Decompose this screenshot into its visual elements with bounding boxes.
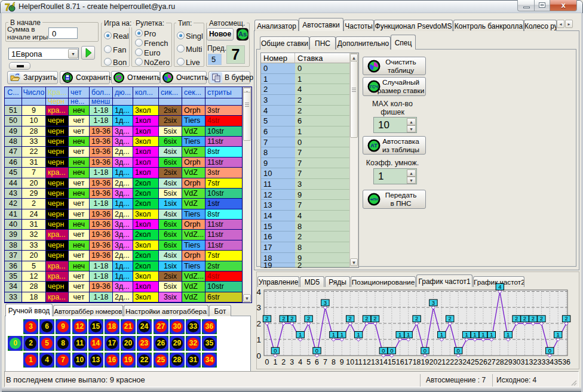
svg-text:1: 1: [440, 331, 443, 338]
svg-text:17: 17: [404, 358, 413, 366]
svg-text:35: 35: [554, 358, 562, 366]
svg-text:3: 3: [432, 300, 435, 306]
svg-text:1: 1: [256, 335, 261, 344]
svg-text:1: 1: [340, 331, 343, 338]
svg-text:30: 30: [513, 358, 521, 366]
svg-text:2: 2: [365, 315, 368, 322]
svg-text:5: 5: [306, 358, 311, 366]
svg-text:1: 1: [357, 331, 360, 338]
svg-text:2: 2: [281, 358, 286, 366]
svg-text:7: 7: [323, 358, 327, 366]
svg-text:12: 12: [363, 358, 371, 366]
svg-text:3: 3: [256, 303, 261, 312]
svg-text:2: 2: [256, 319, 261, 328]
svg-text:1: 1: [557, 331, 560, 338]
svg-text:32: 32: [529, 358, 538, 366]
svg-text:0: 0: [265, 358, 269, 366]
svg-text:13: 13: [371, 358, 379, 366]
svg-text:2: 2: [532, 315, 535, 322]
svg-text:24: 24: [462, 358, 471, 366]
svg-text:20: 20: [429, 358, 438, 366]
svg-text:21: 21: [437, 358, 446, 366]
svg-text:34: 34: [545, 358, 554, 366]
svg-text:0: 0: [457, 347, 460, 354]
svg-text:1: 1: [299, 331, 302, 338]
svg-text:2: 2: [307, 315, 310, 322]
svg-text:1: 1: [473, 331, 476, 338]
svg-text:4: 4: [256, 288, 261, 297]
svg-text:1: 1: [407, 331, 410, 338]
svg-text:9: 9: [340, 358, 344, 366]
svg-text:22: 22: [446, 358, 454, 366]
svg-text:27: 27: [487, 358, 496, 366]
svg-text:1: 1: [481, 331, 484, 338]
svg-text:0: 0: [382, 347, 385, 354]
svg-text:1: 1: [273, 358, 277, 366]
svg-text:15: 15: [388, 358, 396, 366]
svg-text:26: 26: [479, 358, 487, 366]
svg-text:18: 18: [413, 358, 421, 366]
svg-text:1: 1: [507, 331, 510, 338]
svg-text:0: 0: [548, 347, 551, 354]
svg-text:1: 1: [398, 331, 401, 338]
svg-text:1: 1: [332, 331, 335, 338]
svg-text:0: 0: [390, 347, 393, 354]
svg-text:3: 3: [290, 358, 294, 366]
svg-text:2: 2: [449, 315, 452, 322]
svg-text:10: 10: [346, 358, 354, 366]
svg-text:2: 2: [515, 315, 518, 322]
svg-text:2: 2: [564, 315, 567, 322]
svg-text:2: 2: [540, 315, 543, 322]
svg-text:3: 3: [324, 300, 327, 306]
svg-text:28: 28: [496, 358, 504, 366]
svg-text:2: 2: [290, 315, 293, 322]
svg-text:14: 14: [379, 358, 388, 366]
svg-text:31: 31: [521, 358, 529, 366]
svg-text:6: 6: [315, 358, 319, 366]
svg-text:2: 2: [349, 315, 352, 322]
svg-text:4: 4: [298, 358, 302, 366]
svg-text:2: 2: [265, 315, 268, 322]
svg-text:1: 1: [490, 331, 493, 338]
svg-text:2: 2: [373, 315, 376, 322]
svg-text:2: 2: [282, 315, 285, 322]
svg-text:2: 2: [415, 315, 418, 322]
svg-text:0: 0: [315, 347, 318, 354]
svg-text:29: 29: [504, 358, 513, 366]
svg-text:11: 11: [355, 358, 363, 366]
svg-text:23: 23: [454, 358, 462, 366]
svg-text:33: 33: [538, 358, 546, 366]
svg-text:0: 0: [424, 347, 426, 354]
svg-text:0: 0: [274, 347, 277, 354]
svg-text:16: 16: [396, 358, 404, 366]
svg-text:1: 1: [465, 331, 468, 338]
svg-text:0: 0: [256, 351, 261, 360]
svg-text:2: 2: [523, 315, 526, 322]
svg-text:25: 25: [471, 358, 479, 366]
svg-text:8: 8: [332, 358, 336, 366]
svg-text:4: 4: [498, 283, 501, 290]
svg-text:19: 19: [421, 358, 429, 366]
svg-text:36: 36: [562, 358, 570, 366]
